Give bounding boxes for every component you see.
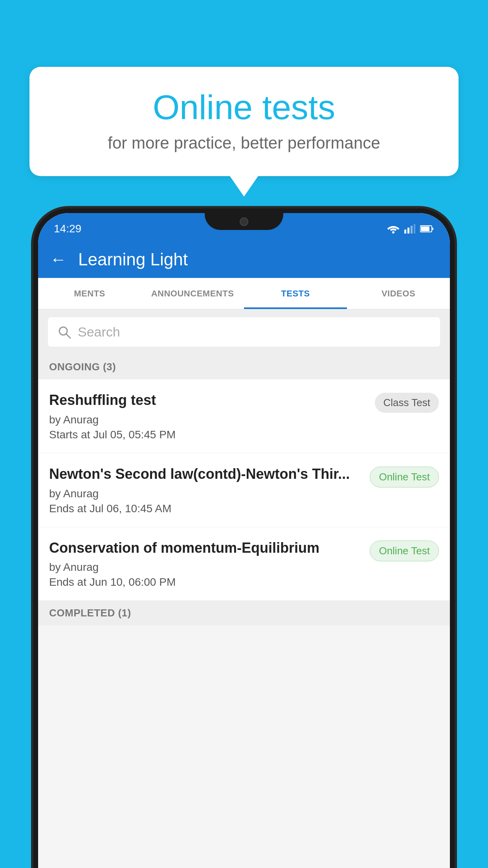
tab-tests[interactable]: TESTS xyxy=(244,278,347,309)
completed-section-header: COMPLETED (1) xyxy=(38,601,450,625)
phone-screen: 14:29 xyxy=(38,213,450,868)
svg-rect-3 xyxy=(411,226,413,234)
search-placeholder: Search xyxy=(78,324,120,340)
tab-videos[interactable]: VIDEOS xyxy=(347,278,450,309)
test-item-2[interactable]: Newton's Second law(contd)-Newton's Thir… xyxy=(38,453,450,527)
test-badge-3: Online Test xyxy=(370,541,439,561)
test-badge-2: Online Test xyxy=(370,467,439,487)
test-date-2: Ends at Jul 06, 10:45 AM xyxy=(49,502,362,515)
test-name-2: Newton's Second law(contd)-Newton's Thir… xyxy=(49,465,362,484)
test-info-3: Conservation of momentum-Equilibrium by … xyxy=(49,539,362,589)
search-bar[interactable]: Search xyxy=(48,317,440,347)
svg-rect-1 xyxy=(404,230,406,234)
svg-rect-2 xyxy=(407,228,409,234)
tab-ments[interactable]: MENTS xyxy=(38,278,141,309)
svg-rect-7 xyxy=(432,228,433,230)
test-name-1: Reshuffling test xyxy=(49,391,367,410)
search-icon xyxy=(57,325,72,339)
ongoing-section-header: ONGOING (3) xyxy=(38,355,450,379)
tabs-bar: MENTS ANNOUNCEMENTS TESTS VIDEOS xyxy=(38,278,450,309)
bubble-title: Online tests xyxy=(53,88,435,127)
signal-icon xyxy=(404,224,415,234)
test-item-3[interactable]: Conservation of momentum-Equilibrium by … xyxy=(38,527,450,601)
bubble-subtitle: for more practice, better performance xyxy=(53,134,435,153)
promo-bubble: Online tests for more practice, better p… xyxy=(29,67,459,176)
status-time: 14:29 xyxy=(54,223,81,235)
battery-icon xyxy=(420,225,434,233)
tab-announcements[interactable]: ANNOUNCEMENTS xyxy=(141,278,244,309)
back-button[interactable]: ← xyxy=(50,251,66,268)
test-date-3: Ends at Jun 10, 06:00 PM xyxy=(49,576,362,588)
svg-rect-6 xyxy=(421,226,429,231)
test-name-3: Conservation of momentum-Equilibrium xyxy=(49,539,362,557)
status-icons xyxy=(387,224,434,234)
app-title: Learning Light xyxy=(78,250,188,269)
app-header: ← Learning Light xyxy=(38,241,450,278)
svg-point-0 xyxy=(392,231,394,234)
test-list: Reshuffling test by Anurag Starts at Jul… xyxy=(38,379,450,601)
test-item-1[interactable]: Reshuffling test by Anurag Starts at Jul… xyxy=(38,379,450,453)
test-author-3: by Anurag xyxy=(49,561,362,574)
front-camera xyxy=(240,217,248,226)
svg-rect-4 xyxy=(414,224,415,234)
phone-notch xyxy=(205,208,283,230)
wifi-icon xyxy=(387,224,400,234)
search-container: Search xyxy=(38,309,450,355)
phone-frame: 14:29 xyxy=(33,208,455,868)
test-badge-1: Class Test xyxy=(375,393,439,413)
test-author-1: by Anurag xyxy=(49,414,367,426)
test-info-1: Reshuffling test by Anurag Starts at Jul… xyxy=(49,391,367,441)
svg-line-9 xyxy=(66,334,70,338)
test-author-2: by Anurag xyxy=(49,487,362,500)
test-info-2: Newton's Second law(contd)-Newton's Thir… xyxy=(49,465,362,515)
test-date-1: Starts at Jul 05, 05:45 PM xyxy=(49,428,367,441)
